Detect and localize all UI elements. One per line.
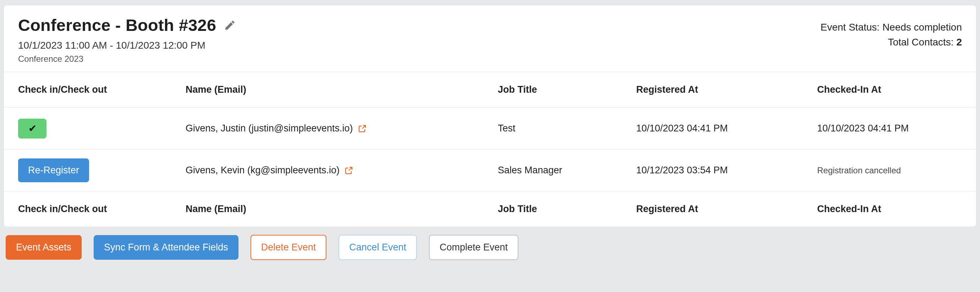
event-status-label: Event Status: [821, 22, 880, 33]
total-contacts-label: Total Contacts: [888, 37, 953, 48]
event-assets-button[interactable]: Event Assets [6, 235, 82, 260]
col-checkedin: Checked-In At [817, 84, 962, 95]
attendee-name: Givens, Justin (justin@simpleevents.io) [186, 123, 353, 134]
table-header-row: Check in/Check out Name (Email) Job Titl… [4, 72, 976, 107]
total-contacts: Total Contacts: 2 [821, 37, 962, 48]
job-title: Test [498, 123, 636, 134]
sync-form-button[interactable]: Sync Form & Attendee Fields [94, 235, 239, 260]
table-footer-row: Check in/Check out Name (Email) Job Titl… [4, 191, 976, 227]
cancel-event-button[interactable]: Cancel Event [339, 235, 417, 260]
event-status: Event Status: Needs completion [821, 22, 962, 33]
event-status-value: Needs completion [883, 22, 962, 33]
external-link-icon[interactable] [345, 166, 353, 175]
footer-action-bar: Event Assets Sync Form & Attendee Fields… [3, 235, 977, 260]
complete-event-button[interactable]: Complete Event [429, 235, 519, 260]
registered-at: 10/12/2023 03:54 PM [636, 165, 817, 176]
total-contacts-count: 2 [956, 37, 962, 48]
col-name: Name (Email) [186, 84, 498, 95]
col-checkedin-footer: Checked-In At [817, 204, 962, 215]
col-registered-footer: Registered At [636, 204, 817, 215]
attendee-name: Givens, Kevin (kg@simpleevents.io) [186, 165, 340, 176]
attendee-table: Check in/Check out Name (Email) Job Titl… [4, 72, 976, 227]
page-title: Conference - Booth #326 [18, 15, 216, 35]
col-job-footer: Job Title [498, 204, 636, 215]
delete-event-button[interactable]: Delete Event [250, 235, 327, 260]
table-row: ✔ Givens, Justin (justin@simpleevents.io… [4, 107, 976, 149]
external-link-icon[interactable] [358, 124, 366, 133]
event-card: Conference - Booth #326 10/1/2023 11:00 … [3, 5, 977, 227]
col-job: Job Title [498, 84, 636, 95]
checked-in-at: 10/10/2023 04:41 PM [817, 123, 962, 134]
event-name: Conference 2023 [18, 54, 236, 64]
pencil-icon[interactable] [224, 19, 236, 31]
registered-at: 10/10/2023 04:41 PM [636, 123, 817, 134]
col-name-footer: Name (Email) [186, 204, 498, 215]
checked-in-status: Registration cancelled [817, 166, 962, 176]
event-datetime: 10/1/2023 11:00 AM - 10/1/2023 12:00 PM [18, 40, 236, 51]
col-registered: Registered At [636, 84, 817, 95]
table-row: Re-Register Givens, Kevin (kg@simpleeven… [4, 149, 976, 191]
check-icon: ✔ [29, 123, 37, 134]
checked-in-button[interactable]: ✔ [18, 119, 46, 139]
reregister-button[interactable]: Re-Register [18, 158, 89, 182]
job-title: Sales Manager [498, 165, 636, 176]
event-header: Conference - Booth #326 10/1/2023 11:00 … [4, 5, 976, 72]
col-check-footer: Check in/Check out [18, 204, 186, 215]
col-check: Check in/Check out [18, 84, 186, 95]
